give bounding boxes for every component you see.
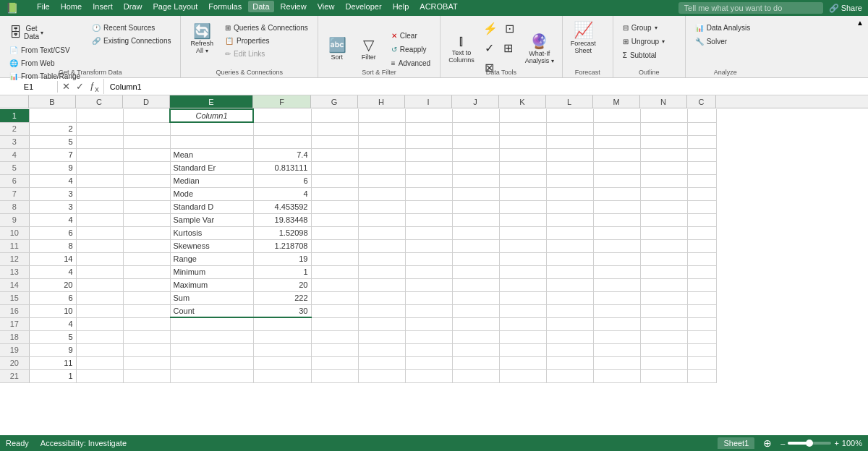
cell-b3[interactable]: 5 <box>29 135 76 148</box>
cell-c6[interactable] <box>76 174 123 187</box>
cell-j8[interactable] <box>452 200 499 213</box>
cell-i3[interactable] <box>405 135 452 148</box>
subtotal-button[interactable]: Σ Subtotal <box>618 49 662 61</box>
cell-b12[interactable]: 14 <box>29 252 76 265</box>
cell-m11[interactable] <box>593 239 640 252</box>
cell-h18[interactable] <box>358 330 405 343</box>
cell-co17[interactable] <box>687 317 716 330</box>
col-header-l[interactable]: L <box>546 95 593 108</box>
cell-f8[interactable]: 4.453592 <box>253 200 311 213</box>
cell-c1[interactable] <box>76 109 123 122</box>
cell-n1[interactable] <box>640 109 687 122</box>
cell-c5[interactable] <box>76 161 123 174</box>
cell-j3[interactable] <box>452 135 499 148</box>
cell-f9[interactable]: 19.83448 <box>253 213 311 226</box>
cell-l10[interactable] <box>546 226 593 239</box>
col-header-f[interactable]: F <box>253 95 311 108</box>
cell-d7[interactable] <box>123 187 170 200</box>
cell-b13[interactable]: 4 <box>29 265 76 278</box>
zoom-in-button[interactable]: + <box>834 439 838 447</box>
cell-b5[interactable]: 9 <box>29 161 76 174</box>
search-input[interactable] <box>678 2 823 14</box>
cell-g20[interactable] <box>311 356 358 369</box>
cell-j14[interactable] <box>452 278 499 291</box>
cell-h16[interactable] <box>358 304 405 317</box>
cell-k13[interactable] <box>499 265 546 278</box>
cell-c20[interactable] <box>76 356 123 369</box>
cell-f17[interactable] <box>253 317 311 330</box>
menu-view[interactable]: View <box>313 1 339 12</box>
cell-co8[interactable] <box>687 200 716 213</box>
recent-sources-button[interactable]: 🕐 Recent Sources <box>87 22 176 34</box>
menu-data[interactable]: Data <box>248 1 273 12</box>
cell-f19[interactable] <box>253 343 311 356</box>
cell-f10[interactable]: 1.52098 <box>253 226 311 239</box>
col-header-i[interactable]: I <box>405 95 452 108</box>
cell-d11[interactable] <box>123 239 170 252</box>
cell-i6[interactable] <box>405 174 452 187</box>
cell-co18[interactable] <box>687 330 716 343</box>
cell-co3[interactable] <box>687 135 716 148</box>
cell-i1[interactable] <box>405 109 452 122</box>
cell-h3[interactable] <box>358 135 405 148</box>
cell-b14[interactable]: 20 <box>29 278 76 291</box>
cell-e3[interactable] <box>170 135 253 148</box>
cell-m20[interactable] <box>593 356 640 369</box>
cell-c14[interactable] <box>76 278 123 291</box>
cell-h8[interactable] <box>358 200 405 213</box>
cell-h15[interactable] <box>358 291 405 304</box>
cell-k20[interactable] <box>499 356 546 369</box>
cell-f7[interactable]: 4 <box>253 187 311 200</box>
cell-d19[interactable] <box>123 343 170 356</box>
filter-button[interactable]: ▽ Filter <box>354 34 383 63</box>
cell-i15[interactable] <box>405 291 452 304</box>
cell-e7[interactable]: Mode <box>170 187 253 200</box>
cell-j16[interactable] <box>452 304 499 317</box>
cell-h12[interactable] <box>358 252 405 265</box>
existing-connections-button[interactable]: 🔗 Existing Connections <box>87 35 176 47</box>
cell-i19[interactable] <box>405 343 452 356</box>
cell-e18[interactable] <box>170 330 253 343</box>
cell-f1[interactable] <box>253 109 311 122</box>
cell-c18[interactable] <box>76 330 123 343</box>
cell-i17[interactable] <box>405 317 452 330</box>
cell-m16[interactable] <box>593 304 640 317</box>
cell-k16[interactable] <box>499 304 546 317</box>
cell-m1[interactable] <box>593 109 640 122</box>
cell-b7[interactable]: 3 <box>29 187 76 200</box>
cell-k4[interactable] <box>499 148 546 161</box>
properties-button[interactable]: 📋 Properties <box>220 35 313 47</box>
cell-f11[interactable]: 1.218708 <box>253 239 311 252</box>
cell-l18[interactable] <box>546 330 593 343</box>
cell-co12[interactable] <box>687 252 716 265</box>
menu-developer[interactable]: Developer <box>341 1 386 12</box>
cell-j6[interactable] <box>452 174 499 187</box>
col-header-c[interactable]: C <box>76 95 123 108</box>
data-analysis-button[interactable]: 📊 Data Analysis <box>690 22 756 34</box>
accessibility-status[interactable]: Accessibility: Investigate <box>41 439 127 447</box>
cell-c8[interactable] <box>76 200 123 213</box>
menu-review[interactable]: Review <box>276 1 311 12</box>
cell-d13[interactable] <box>123 265 170 278</box>
menu-draw[interactable]: Draw <box>119 1 147 12</box>
cell-l2[interactable] <box>546 122 593 135</box>
cell-i7[interactable] <box>405 187 452 200</box>
cell-j10[interactable] <box>452 226 499 239</box>
cell-co16[interactable] <box>687 304 716 317</box>
cell-g13[interactable] <box>311 265 358 278</box>
cell-h2[interactable] <box>358 122 405 135</box>
cell-f15[interactable]: 222 <box>253 291 311 304</box>
cell-f5[interactable]: 0.813111 <box>253 161 311 174</box>
cell-i20[interactable] <box>405 356 452 369</box>
cell-g9[interactable] <box>311 213 358 226</box>
cell-k15[interactable] <box>499 291 546 304</box>
cell-e4[interactable]: Mean <box>170 148 253 161</box>
cell-c3[interactable] <box>76 135 123 148</box>
sheet-add-button[interactable]: ⊕ <box>763 437 772 449</box>
cell-k8[interactable] <box>499 200 546 213</box>
col-header-d[interactable]: D <box>123 95 170 108</box>
cell-e12[interactable]: Range <box>170 252 253 265</box>
sheet-scroll[interactable]: 1 Column1 <box>0 108 868 435</box>
cell-f14[interactable]: 20 <box>253 278 311 291</box>
cell-l13[interactable] <box>546 265 593 278</box>
